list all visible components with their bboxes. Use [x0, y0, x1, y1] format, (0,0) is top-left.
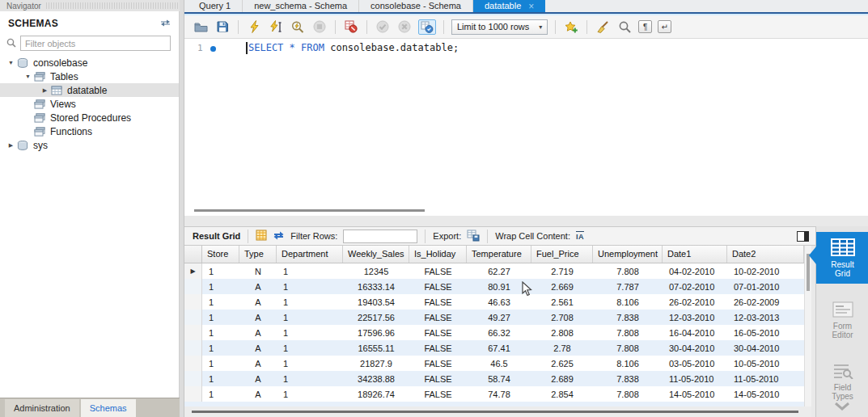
- grid-cell[interactable]: 26-02-2010: [663, 297, 727, 307]
- expand-arrow-icon[interactable]: ▼: [22, 74, 34, 79]
- find-icon[interactable]: [616, 19, 633, 35]
- grid-cell[interactable]: 1: [277, 328, 343, 338]
- grid-cell[interactable]: A: [239, 282, 277, 292]
- tab-consolebase-schema[interactable]: consolebase - Schema: [359, 0, 473, 12]
- grid-cell[interactable]: 2.561: [531, 297, 593, 307]
- grid-cell[interactable]: 2.689: [531, 374, 593, 384]
- row-selector[interactable]: [184, 325, 202, 340]
- row-selector[interactable]: [184, 279, 202, 294]
- grid-cell[interactable]: 1: [277, 343, 343, 353]
- scrollbar-thumb[interactable]: [192, 411, 798, 413]
- refresh-results-icon[interactable]: [273, 230, 285, 242]
- grid-cell[interactable]: 04-02-2010: [663, 267, 727, 276]
- row-selector[interactable]: [184, 386, 202, 402]
- grid-cell[interactable]: 11-05-2010: [663, 374, 727, 384]
- grid-cell[interactable]: FALSE: [409, 297, 467, 307]
- grid-cell[interactable]: 2.719: [531, 267, 593, 276]
- column-header-fuel-price[interactable]: Fuel_Price: [531, 246, 593, 263]
- grid-cell[interactable]: 14-05-2010: [663, 390, 727, 399]
- grid-cell[interactable]: 49.27: [467, 313, 531, 322]
- grid-cell[interactable]: 7.838: [593, 374, 663, 384]
- table-row[interactable]: 1A119403.54FALSE46.632.5618.10626-02-201…: [184, 294, 804, 310]
- grid-cell[interactable]: 22517.56: [343, 313, 409, 322]
- table-row[interactable]: 1A116555.11FALSE67.412.787.80830-04-2010…: [184, 340, 804, 356]
- tab-new-schema-schema[interactable]: new_schema - Schema: [243, 0, 359, 12]
- grid-cell[interactable]: 67.41: [467, 343, 531, 353]
- grid-cell[interactable]: 26-02-2009: [727, 297, 804, 307]
- grid-cell[interactable]: 7.808: [593, 328, 663, 338]
- bottom-tab-schemas[interactable]: Schemas: [81, 399, 136, 417]
- show-invisibles-icon[interactable]: ¶: [638, 20, 652, 33]
- grid-cell[interactable]: 1: [277, 359, 343, 369]
- table-row[interactable]: 1A118926.74FALSE74.782.8547.80814-05-201…: [184, 386, 804, 402]
- side-tab-result-grid[interactable]: Result Grid: [816, 232, 868, 284]
- grid-cell[interactable]: 66.32: [467, 328, 531, 338]
- grid-cell[interactable]: FALSE: [409, 343, 467, 353]
- column-header-date2[interactable]: Date2: [727, 246, 804, 263]
- grid-cell[interactable]: 2.625: [531, 359, 593, 369]
- grid-cell[interactable]: 1: [202, 390, 239, 399]
- grid-cell[interactable]: 30-04-2010: [663, 343, 727, 353]
- grid-cell[interactable]: 1: [202, 328, 239, 338]
- column-header-type[interactable]: Type: [239, 246, 277, 263]
- tree-item-consolebase[interactable]: ▼consolebase: [0, 56, 179, 70]
- tree-item-functions[interactable]: Functions: [0, 124, 179, 138]
- grid-cell[interactable]: A: [239, 359, 277, 369]
- grid-cell[interactable]: 7.808: [593, 343, 663, 353]
- tree-item-views[interactable]: Views: [0, 97, 179, 111]
- tab-datatable[interactable]: datatable×: [473, 0, 545, 12]
- grid-cell[interactable]: 7.838: [593, 313, 663, 322]
- row-selector[interactable]: [184, 310, 202, 325]
- grid-cell[interactable]: 46.63: [467, 297, 531, 307]
- column-header-date1[interactable]: Date1: [663, 246, 727, 263]
- side-tab-field-types[interactable]: Field Types: [816, 356, 868, 406]
- row-selector[interactable]: [184, 340, 202, 356]
- grid-cell[interactable]: A: [239, 297, 277, 307]
- grid-cell[interactable]: 46.5: [467, 359, 531, 369]
- filter-objects-input[interactable]: [20, 36, 171, 51]
- table-row[interactable]: ▶1N112345FALSE62.272.7197.80804-02-20101…: [184, 263, 804, 279]
- grid-cell[interactable]: 2.854: [531, 390, 593, 399]
- column-header-weekly-sales[interactable]: Weekly_Sales: [343, 246, 409, 263]
- wrap-lines-icon[interactable]: ↵: [658, 20, 671, 33]
- grid-cell[interactable]: 8.106: [593, 297, 663, 307]
- grid-cell[interactable]: 14-05-2010: [727, 390, 804, 399]
- grid-vertical-scrollbar[interactable]: [804, 246, 811, 406]
- grid-cell[interactable]: 12-03-2013: [727, 313, 804, 322]
- grid-cell[interactable]: 7.808: [593, 390, 663, 399]
- grid-cell[interactable]: FALSE: [409, 313, 467, 322]
- grid-cell[interactable]: 1: [277, 297, 343, 307]
- grid-cell[interactable]: 1: [277, 374, 343, 384]
- grid-cell[interactable]: FALSE: [409, 267, 467, 276]
- expand-arrow-icon[interactable]: ▶: [5, 142, 17, 149]
- grid-cell[interactable]: 30-04-2010: [727, 343, 804, 353]
- stop-on-error-icon[interactable]: [343, 19, 359, 35]
- filter-rows-input[interactable]: [343, 230, 417, 243]
- scrollbar-thumb[interactable]: [194, 209, 425, 212]
- tree-item-stored-procedures[interactable]: Stored Procedures: [0, 111, 179, 124]
- grid-cell[interactable]: 1: [202, 313, 239, 322]
- grid-cell[interactable]: 07-02-2010: [663, 282, 727, 292]
- column-header-store[interactable]: Store: [202, 246, 239, 263]
- tab-query-1[interactable]: Query 1: [188, 0, 243, 12]
- grid-cell[interactable]: 1: [202, 267, 239, 276]
- column-header-temperature[interactable]: Temperature: [467, 246, 531, 263]
- grid-cell[interactable]: 1: [202, 297, 239, 307]
- grid-cell[interactable]: 2.669: [531, 282, 593, 292]
- grid-cell[interactable]: 2.808: [531, 328, 593, 338]
- grid-cell[interactable]: 11-05-2010: [727, 374, 804, 384]
- bottom-tab-administration[interactable]: Administration: [5, 399, 79, 417]
- table-row[interactable]: 1A134238.88FALSE58.742.6897.83811-05-201…: [184, 371, 804, 386]
- grid-cell[interactable]: 16-04-2010: [663, 328, 727, 338]
- wrap-cell-content-icon[interactable]: IA: [576, 231, 584, 241]
- grid-cell[interactable]: 2.708: [531, 313, 593, 322]
- open-script-icon[interactable]: [193, 19, 209, 35]
- column-header-unemployment[interactable]: Unemployment: [593, 246, 663, 263]
- collapse-panel-chevron-icon[interactable]: [834, 402, 850, 412]
- grid-cell[interactable]: 8.106: [593, 359, 663, 369]
- table-row[interactable]: 1A122517.56FALSE49.272.7087.83812-03-201…: [184, 310, 804, 325]
- grid-cell[interactable]: 16555.11: [343, 343, 409, 353]
- table-row[interactable]: 1A116333.14FALSE80.912.6697.78707-02-201…: [184, 279, 804, 294]
- toggle-preview-panel-icon[interactable]: [797, 231, 809, 242]
- grid-cell[interactable]: 17596.96: [343, 328, 409, 338]
